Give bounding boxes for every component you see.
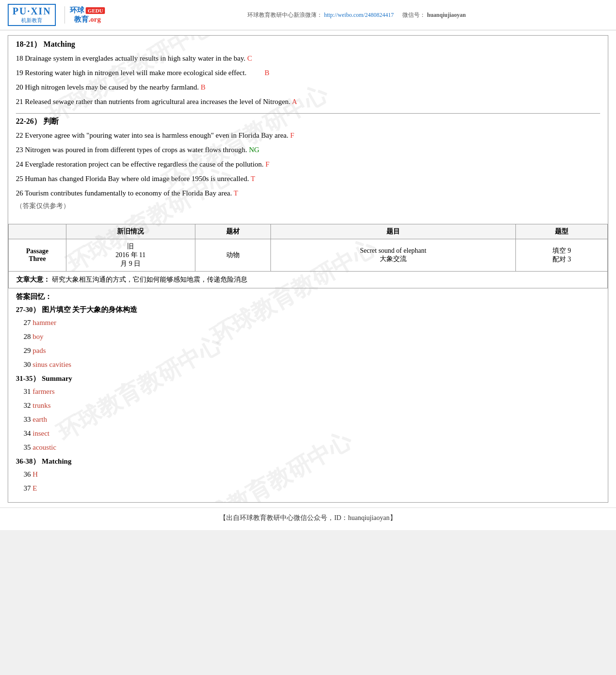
q19-text: 19 Restoring water high in nitrogen leve… <box>16 69 246 77</box>
puxin-logo-text: PU·XIN <box>13 6 51 17</box>
a34-val: insect <box>33 429 50 437</box>
q26-text: 26 Tourism contributes fundamentally to … <box>16 189 232 197</box>
question-23: 23 Nitrogen was poured in from different… <box>16 144 600 156</box>
weibo-info: 环球教育教研中心新浪微薄： http://weibo.com/248082441… <box>105 11 608 19</box>
answer-36: 36 H <box>24 468 600 480</box>
th-tixing: 题型 <box>516 224 608 239</box>
q27-num: 27 <box>24 319 31 326</box>
a27-val: hammer <box>33 319 56 326</box>
a37-val: E <box>33 484 37 492</box>
a32-val: trunks <box>33 402 51 409</box>
weibo-label: 环球教育教研中心新浪微薄： <box>247 12 322 18</box>
a20: B <box>201 83 205 91</box>
logo-divider <box>64 6 65 24</box>
summary-title: 文章大意： <box>16 276 50 283</box>
table-ticai: 动物 <box>195 239 270 272</box>
a24: F <box>265 160 269 168</box>
main-content-box: 环球教育教研中心 环球教育教研中心 环球教育教研中心 环球教育教研中心 环球教育… <box>8 35 608 503</box>
answers-block: 答案回忆： 27-30） 图片填空 关于大象的身体构造 27 hammer 28… <box>8 288 608 502</box>
q33-num: 33 <box>24 415 31 423</box>
answer-30: 30 sinus cavities <box>24 359 600 370</box>
question-24: 24 Everglade restoration project can be … <box>16 158 600 170</box>
a28-val: boy <box>33 333 44 340</box>
table-tixing: 填空 9配对 3 <box>516 239 608 272</box>
q35-num: 35 <box>24 443 31 451</box>
section-18-21-title: 18-21） Matching <box>16 39 600 50</box>
section-22-26-title: 22-26） 判断 <box>16 117 600 127</box>
q18-text: 18 Drainage system in everglades actuall… <box>16 54 245 62</box>
question-19: 19 Restoring water high in nitrogen leve… <box>16 67 600 78</box>
section-36-38-title: 36-38） Matching <box>16 457 600 466</box>
question-22: 22 Everyone agree with "pouring water in… <box>16 130 600 141</box>
th-passage <box>9 224 66 239</box>
answers-main-title: 答案回忆： <box>16 292 600 301</box>
passage-label-text: PassageThree <box>26 247 49 262</box>
q36-num: 36 <box>24 470 31 478</box>
section-31-35-title: 31-35） Summary <box>16 374 600 383</box>
hq-logo-org: .org <box>89 15 101 24</box>
q24-text: 24 Everglade restoration project can be … <box>16 160 264 168</box>
a18: C <box>247 54 252 62</box>
q20-text: 20 High nitrogen levels may be caused by… <box>16 83 199 91</box>
hq-logo-text2: 教育 <box>74 15 89 24</box>
a25: T <box>251 175 255 182</box>
passage-table: 新旧情况 题材 题目 题型 PassageThree 旧2016 年 11月 9… <box>8 224 608 272</box>
q30-num: 30 <box>24 361 31 368</box>
q29-num: 29 <box>24 347 31 354</box>
table-header-row: 新旧情况 题材 题目 题型 <box>9 224 608 239</box>
weixin-label <box>395 12 401 18</box>
puxin-logo-sub: 机新教育 <box>21 17 42 24</box>
question-20: 20 High nitrogen levels may be caused by… <box>16 81 600 93</box>
a22: F <box>290 131 294 139</box>
a23: NG <box>249 146 259 154</box>
weixin-id: huanqiujiaoyan <box>427 12 466 18</box>
q23-text: 23 Nitrogen was poured in from different… <box>16 146 247 154</box>
q25-text: 25 Human has changed Florida Bay where o… <box>16 175 249 182</box>
question-26: 26 Tourism contributes fundamentally to … <box>16 187 600 199</box>
summary-text: 研究大象相互沟通的方式，它们如何能够感知地震，传递危险消息 <box>52 276 247 283</box>
q32-num: 32 <box>24 402 31 409</box>
table-xinjiu: 旧2016 年 11月 9 日 <box>66 239 195 272</box>
q31-num: 31 <box>24 388 31 395</box>
th-timu: 题目 <box>270 224 516 239</box>
question-21: 21 Released sewage rather than nutrients… <box>16 96 600 107</box>
a30-val: sinus cavities <box>33 361 71 368</box>
a21: A <box>292 98 297 105</box>
a35-val: acoustic <box>33 443 56 451</box>
section-18-21: 18-21） Matching 18 Drainage system in ev… <box>16 39 600 114</box>
page-footer: 【出自环球教育教研中心微信公众号，ID：huanqiujiaoyan】 <box>0 507 616 530</box>
answer-28: 28 boy <box>24 331 600 342</box>
weibo-link[interactable]: http://weibo.com/2480824417 <box>324 12 394 18</box>
q37-num: 37 <box>24 484 31 492</box>
hq-logo-text1: 环球 <box>70 6 84 15</box>
q22-text: 22 Everyone agree with "pouring water in… <box>16 131 288 139</box>
answer-27: 27 hammer <box>24 317 600 328</box>
section-22-26: 22-26） 判断 22 Everyone agree with "pourin… <box>16 117 600 212</box>
content-inner: 18-21） Matching 18 Drainage system in ev… <box>8 36 608 219</box>
table-timu: Secret sound of elephant大象交流 <box>270 239 516 272</box>
page-header: PU·XIN 机新教育 环球 GEDU 教育 .org 环球教育教研中心新浪微薄… <box>0 0 616 30</box>
th-xinjiu: 新旧情况 <box>66 224 195 239</box>
answer-note: （答案仅供参考） <box>16 202 600 210</box>
gedu-badge: GEDU <box>86 7 105 14</box>
puxin-logo: PU·XIN 机新教育 <box>8 4 56 26</box>
answer-29: 29 pads <box>24 345 600 356</box>
answer-31: 31 farmers <box>24 386 600 397</box>
weixin-label2: 微信号： <box>402 12 425 18</box>
footer-text: 【出自环球教育教研中心微信公众号，ID：huanqiujiaoyan】 <box>219 514 396 521</box>
q28-num: 28 <box>24 333 31 340</box>
huanqiu-logo: 环球 GEDU 教育 .org <box>70 6 105 24</box>
q21-text: 21 Released sewage rather than nutrients… <box>16 98 291 105</box>
a29-val: pads <box>33 347 46 354</box>
a31-val: farmers <box>33 388 55 395</box>
a19: B <box>265 69 270 77</box>
answer-37: 37 E <box>24 482 600 494</box>
answer-34: 34 insect <box>24 428 600 439</box>
summary-block: 文章大意： 研究大象相互沟通的方式，它们如何能够感知地震，传递危险消息 <box>8 272 608 288</box>
passage-label: PassageThree <box>9 239 66 272</box>
answer-35: 35 acoustic <box>24 441 600 453</box>
table-row: PassageThree 旧2016 年 11月 9 日 动物 Secret s… <box>9 239 608 272</box>
question-25: 25 Human has changed Florida Bay where o… <box>16 173 600 184</box>
question-18: 18 Drainage system in everglades actuall… <box>16 52 600 64</box>
a26: T <box>233 189 238 197</box>
